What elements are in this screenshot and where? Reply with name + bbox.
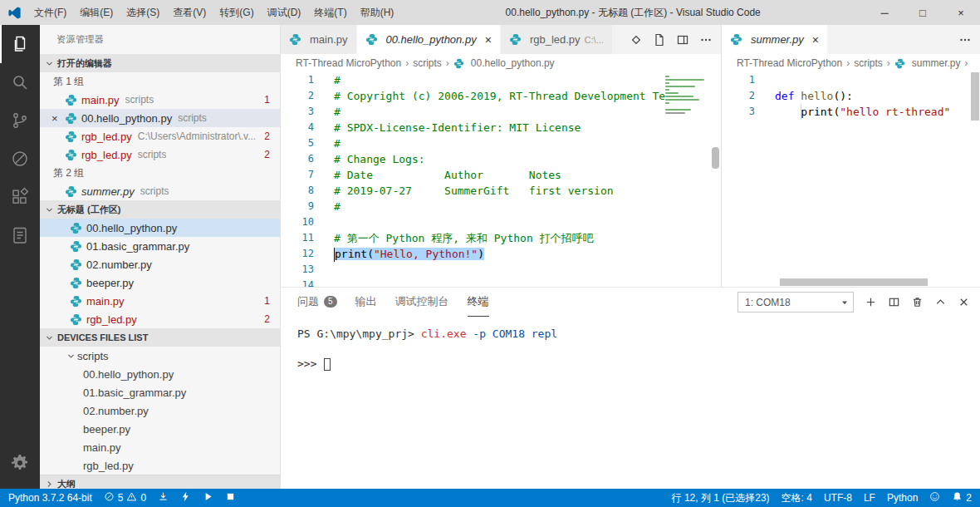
close-icon[interactable]: × (51, 112, 65, 125)
workspace-file-item[interactable]: main.py1 (40, 292, 280, 310)
kill-terminal-button[interactable] (911, 296, 924, 308)
close-icon[interactable]: × (485, 33, 492, 47)
open-editor-item[interactable]: ×00.hello_python.pyscripts (40, 109, 280, 127)
python-interpreter[interactable]: Python 3.7.2 64-bit (8, 492, 92, 504)
menu-item[interactable]: 终端(T) (307, 0, 353, 25)
title-bar: 文件(F)编辑(E)选择(S)查看(V)转到(G)调试(D)终端(T)帮助(H)… (0, 0, 980, 25)
device-file-item[interactable]: main.py (40, 438, 280, 456)
minimap[interactable] (663, 75, 708, 121)
serial-port-select[interactable]: 1: COM18 (737, 292, 854, 313)
source-control-icon[interactable] (0, 101, 40, 140)
terminal[interactable]: PS G:\mpy\mpy_prj> cli.exe -p COM18 repl… (281, 317, 980, 489)
feedback-smiley[interactable] (929, 491, 940, 505)
scrollbar-thumb[interactable] (712, 147, 719, 169)
more-actions-icon[interactable] (958, 33, 972, 47)
search-icon[interactable] (0, 63, 40, 101)
open-changes-icon[interactable] (630, 33, 643, 47)
workspace-file-item[interactable]: 00.hello_python.py (40, 219, 280, 237)
device-file-item[interactable]: beeper.py (40, 420, 280, 438)
device-file-item[interactable]: 00.hello_python.py (40, 365, 280, 383)
workspace-file-item[interactable]: 01.basic_grammar.py (40, 237, 280, 255)
flash-button[interactable] (180, 491, 191, 505)
scrollbar-thumb[interactable] (971, 72, 979, 121)
open-editor-item[interactable]: main.pyscripts1 (40, 91, 280, 109)
editor-tab[interactable]: summer.py× (722, 25, 828, 54)
open-preview-icon[interactable] (653, 33, 666, 47)
device-file-item[interactable]: rgb_led.py (40, 456, 280, 475)
panel-tab[interactable]: 输出 (355, 288, 377, 317)
file-name: summer.py (81, 185, 135, 198)
breadcrumb-item[interactable]: 00.hello_python.py (471, 57, 555, 69)
panel-tab[interactable]: 问题5 (297, 288, 337, 317)
problems-summary[interactable]: 50 (104, 491, 146, 505)
split-editor-icon[interactable] (676, 33, 689, 47)
explorer-icon[interactable] (0, 25, 40, 63)
file-name: 02.number.py (86, 258, 152, 271)
device-file-item[interactable]: 02.number.py (40, 401, 280, 420)
minimize-button[interactable]: ─ (865, 0, 904, 25)
breadcrumb-item[interactable]: RT-Thread MicroPython (737, 57, 842, 69)
code-line: 2def hello(): (722, 88, 980, 104)
maximize-button[interactable]: □ (904, 0, 942, 25)
open-editor-item[interactable]: summer.pyscripts (40, 182, 280, 200)
download-button[interactable] (158, 491, 169, 505)
close-icon[interactable]: × (812, 33, 819, 47)
indentation[interactable]: 空格: 4 (782, 491, 812, 505)
language-mode[interactable]: Python (887, 492, 918, 504)
encoding[interactable]: UTF-8 (824, 492, 852, 504)
more-actions-icon[interactable] (699, 33, 713, 47)
editor-tab[interactable]: main.py (281, 25, 357, 54)
new-terminal-button[interactable] (865, 296, 877, 308)
workspace-file-item[interactable]: rgb_led.py2 (40, 310, 280, 328)
cursor-position[interactable]: 行 12, 列 1 (已选择23) (672, 491, 770, 505)
workspace-file-item[interactable]: beeper.py (40, 273, 280, 292)
panel-tab[interactable]: 终端 (468, 288, 489, 317)
panel-tab-label: 终端 (468, 294, 489, 309)
breadcrumb-item[interactable]: RT-Thread MicroPython (296, 57, 401, 69)
close-panel-button[interactable] (958, 296, 970, 308)
menu-bar: 文件(F)编辑(E)选择(S)查看(V)转到(G)调试(D)终端(T)帮助(H) (27, 0, 400, 25)
breadcrumb-item[interactable]: scripts (854, 57, 883, 69)
maximize-panel-button[interactable] (934, 296, 947, 308)
split-terminal-button[interactable] (888, 296, 900, 308)
breadcrumb-item[interactable]: summer.py (912, 57, 961, 69)
open-editors-header[interactable]: 打开的编辑器 (40, 54, 280, 72)
device-file-item[interactable]: 01.basic_grammar.py (40, 383, 280, 401)
open-editor-item[interactable]: rgb_led.pyscripts2 (40, 145, 280, 164)
menu-item[interactable]: 编辑(E) (73, 0, 120, 25)
debug-icon[interactable] (0, 140, 40, 178)
run-button[interactable] (203, 491, 213, 505)
code-editor[interactable]: 1#2# Copyright (c) 2006-2019, RT-Thread … (281, 72, 721, 287)
menu-item[interactable]: 文件(F) (27, 0, 73, 25)
rt-thread-extension-icon[interactable] (0, 216, 40, 254)
menu-item[interactable]: 转到(G) (213, 0, 260, 25)
breadcrumb-item[interactable]: scripts (413, 57, 442, 69)
editor-tab[interactable]: 00.hello_python.py× (357, 25, 501, 54)
stop-button[interactable] (225, 491, 236, 505)
code-editor[interactable]: 12def hello():3 print("hello rt-thread" (722, 72, 980, 287)
chevron-right-icon (43, 480, 56, 489)
panel-tab[interactable]: 调试控制台 (395, 288, 449, 317)
file-name: rgb_led.py (81, 149, 132, 161)
scrollbar-thumb[interactable] (780, 278, 928, 286)
code-line: 1 (722, 72, 980, 88)
settings-gear-icon[interactable] (0, 444, 40, 482)
outline-header[interactable]: 大纲 (40, 475, 280, 489)
menu-item[interactable]: 调试(D) (261, 0, 308, 25)
notifications-bell[interactable]: 2 (952, 491, 972, 505)
devices-header[interactable]: DEVICES FILES LIST (40, 328, 280, 347)
workspace-header[interactable]: 无标题 (工作区) (40, 200, 280, 219)
file-path-detail: scripts (125, 94, 154, 106)
close-button[interactable]: × (942, 0, 980, 25)
open-editor-item[interactable]: rgb_led.pyC:\Users\Administrator\.v...2 (40, 127, 280, 145)
menu-item[interactable]: 选择(S) (120, 0, 166, 25)
eol[interactable]: LF (864, 492, 875, 504)
warning-icon (126, 491, 137, 505)
menu-item[interactable]: 查看(V) (166, 0, 213, 25)
device-folder-item[interactable]: scripts (40, 347, 280, 365)
extensions-icon[interactable] (0, 178, 40, 216)
workspace-file-item[interactable]: 02.number.py (40, 255, 280, 273)
minimap-mark (665, 112, 685, 114)
editor-tab[interactable]: rgb_led.pyC:\... (501, 25, 613, 54)
menu-item[interactable]: 帮助(H) (354, 0, 401, 25)
